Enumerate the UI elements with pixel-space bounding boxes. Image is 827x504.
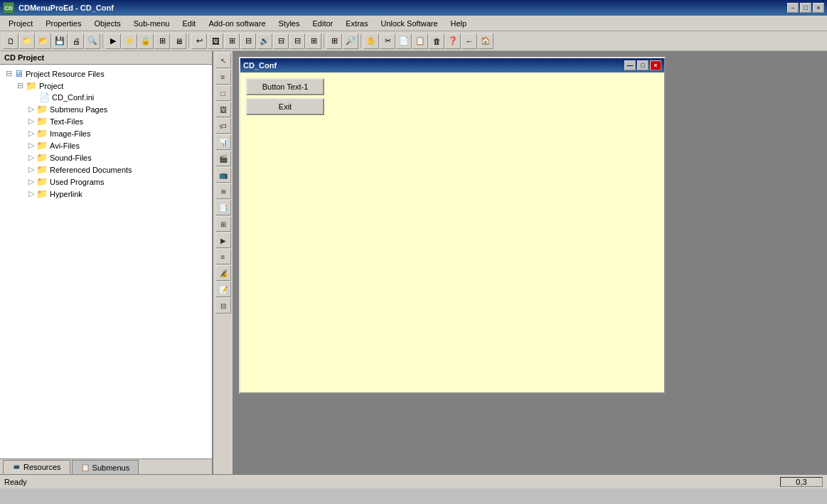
menu-item-styles[interactable]: Styles — [273, 16, 306, 31]
toolbar-btn-open-folder[interactable]: 📁 — [19, 33, 35, 49]
file-icon: 📄 — [39, 92, 50, 102]
inner-title-bar: CD_Conf — □ × — [240, 58, 664, 73]
inner-maximize-button[interactable]: □ — [637, 60, 649, 70]
toolbar-btn-undo[interactable]: ↩ — [191, 33, 207, 49]
side-btn-chart[interactable]: 📊 — [215, 134, 231, 150]
tree-item-sound-files[interactable]: ▷📁Sound-Files — [3, 151, 209, 163]
menu-item-editor[interactable]: Editor — [307, 16, 339, 31]
side-btn-label[interactable]: 🏷 — [215, 118, 231, 134]
side-btn-tv[interactable]: 📺 — [215, 167, 231, 183]
tree-item-used-programs[interactable]: ▷📁Used Programs — [3, 176, 209, 188]
minimize-button[interactable]: − — [787, 3, 799, 13]
tree-item-hyperlink[interactable]: ▷📁Hyperlink — [3, 188, 209, 200]
toolbar-btn-delete[interactable]: 🗑 — [429, 33, 444, 49]
toolbar-btn-zoom[interactable]: 🔎 — [343, 33, 358, 49]
left-panel: CD Project ⊟🖥Project Resource Files⊟📁Pro… — [0, 51, 213, 474]
folder-icon: 📁 — [36, 152, 48, 163]
menu-item-objects[interactable]: Objects — [88, 16, 126, 31]
inner-close-button[interactable]: × — [650, 60, 661, 70]
side-btn-menu-strip[interactable]: ≡ — [215, 69, 231, 85]
toolbar-btn-table2[interactable]: ⊟ — [240, 33, 256, 49]
toolbar-btn-hand[interactable]: ✋ — [363, 33, 379, 49]
close-button[interactable]: × — [813, 3, 824, 13]
toolbar-btn-strip2[interactable]: ⊟ — [289, 33, 305, 49]
toolbar-btn-audio[interactable]: 🔊 — [257, 33, 272, 49]
tab-resources[interactable]: 💻Resources — [3, 460, 70, 474]
expand-icon: ▷ — [28, 104, 34, 114]
expand-icon: ⊟ — [17, 81, 23, 90]
menu-item-sub-menu[interactable]: Sub-menu — [128, 16, 176, 31]
toolbar-btn-back[interactable]: ← — [461, 33, 477, 49]
side-btn-misc[interactable]: ⊟ — [215, 298, 231, 313]
inner-window-title: CD_Conf — [243, 61, 277, 70]
toolbar-btn-table[interactable]: ⊞ — [224, 33, 240, 49]
inner-title-controls: — □ × — [624, 60, 661, 70]
toolbar-btn-strip[interactable]: ⊟ — [273, 33, 289, 49]
toolbar-btn-execute[interactable]: ⚡ — [122, 33, 137, 49]
side-btn-lines[interactable]: ≋ — [215, 183, 231, 199]
tree-item-submenu-pages[interactable]: ▷📁Submenu Pages — [3, 103, 209, 115]
toolbar-btn-run[interactable]: ▶ — [105, 33, 121, 49]
folder-icon: 📁 — [36, 140, 48, 151]
tree-area: ⊟🖥Project Resource Files⊟📁Project 📄CD_Co… — [0, 65, 212, 459]
side-btn-doc[interactable]: 📑 — [215, 200, 231, 215]
side-btn-grid[interactable]: ⊞ — [215, 216, 231, 232]
toolbar-btn-open[interactable]: 📂 — [36, 33, 51, 49]
menu-item-edit[interactable]: Edit — [176, 16, 201, 31]
menu-item-project[interactable]: Project — [3, 16, 38, 31]
inner-minimize-button[interactable]: — — [624, 60, 636, 70]
tree-item-text-files[interactable]: ▷📁Text-Files — [3, 115, 209, 127]
maximize-button[interactable]: □ — [800, 3, 811, 13]
toolbar-separator — [324, 34, 324, 48]
expand-icon: ▷ — [28, 153, 34, 162]
toolbar-btn-print[interactable]: 🖨 — [68, 33, 84, 49]
side-btn-play[interactable]: ▶ — [215, 232, 231, 248]
tree-label: Text-Files — [50, 117, 83, 126]
toolbar-btn-save[interactable]: 💾 — [52, 33, 68, 49]
collapse-icon: ⊟ — [6, 69, 12, 78]
menu-item-add-on-software[interactable]: Add-on software — [203, 16, 271, 31]
tab-submenus[interactable]: 📋Submenus — [72, 460, 139, 474]
menu-bar: ProjectPropertiesObjectsSub-menuEditAdd-… — [0, 16, 827, 31]
toolbar-btn-lock[interactable]: 🔒 — [138, 33, 154, 49]
tree-item-project-resource-files[interactable]: ⊟🖥Project Resource Files — [3, 68, 209, 80]
toolbar-btn-strip4[interactable]: ⊞ — [326, 33, 342, 49]
toolbar-btn-copy[interactable]: 📄 — [396, 33, 412, 49]
toolbar-btn-grid[interactable]: ⊞ — [154, 33, 170, 49]
side-btn-button[interactable]: □ — [215, 85, 231, 101]
toolbar-btn-strip3[interactable]: ⊞ — [306, 33, 321, 49]
tree-label: Submenu Pages — [50, 105, 107, 114]
button-text-1[interactable]: Button Text-1 — [246, 78, 324, 95]
toolbar-btn-image[interactable]: 🖼 — [208, 33, 223, 49]
side-btn-lock[interactable]: 🔏 — [215, 265, 231, 281]
exit-button[interactable]: Exit — [246, 98, 324, 115]
side-btn-image[interactable]: 🖼 — [215, 102, 231, 117]
menu-item-help[interactable]: Help — [445, 16, 473, 31]
tree-label: CD_Conf.ini — [52, 93, 94, 102]
expand-icon: ▷ — [28, 189, 34, 198]
side-btn-edit[interactable]: 📝 — [215, 282, 231, 297]
side-btn-text[interactable]: ≡ — [215, 249, 231, 264]
menu-item-properties[interactable]: Properties — [40, 16, 87, 31]
tree-item-image-files[interactable]: ▷📁Image-Files — [3, 127, 209, 139]
toolbar-btn-find[interactable]: 🔍 — [85, 33, 100, 49]
tree-item-referenced-documents[interactable]: ▷📁Referenced Documents — [3, 163, 209, 176]
tree-item-avi-files[interactable]: ▷📁Avi-Files — [3, 139, 209, 151]
tab-label: Submenus — [92, 463, 130, 472]
side-btn-arrow[interactable]: ↖ — [215, 53, 231, 68]
toolbar-btn-monitor[interactable]: 🖥 — [171, 33, 186, 49]
toolbar-btn-new[interactable]: 🗋 — [3, 33, 18, 49]
side-btn-movie[interactable]: 🎬 — [215, 151, 231, 166]
tree-label: Referenced Documents — [50, 166, 132, 174]
tab-icon: 💻 — [12, 463, 21, 471]
content-area: CD_Conf — □ × Button Text-1 Exit — [233, 51, 827, 474]
toolbar-btn-home[interactable]: 🏠 — [478, 33, 493, 49]
menu-item-extras[interactable]: Extras — [340, 16, 373, 31]
menu-item-unlock-software[interactable]: Unlock Software — [375, 16, 443, 31]
toolbar-btn-help[interactable]: ❓ — [445, 33, 461, 49]
status-coords: 0,3 — [780, 477, 823, 487]
tree-item-project[interactable]: ⊟📁Project — [3, 80, 209, 92]
tree-item-cd_conf.ini[interactable]: 📄CD_Conf.ini — [3, 92, 209, 103]
toolbar-btn-cut[interactable]: ✂ — [380, 33, 395, 49]
toolbar-btn-paste[interactable]: 📋 — [412, 33, 428, 49]
